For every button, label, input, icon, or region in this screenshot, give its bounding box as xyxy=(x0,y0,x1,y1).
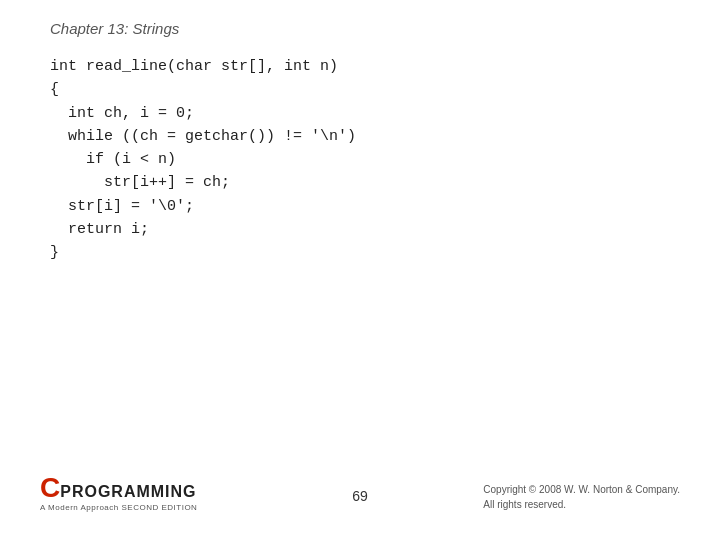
code-line-7: str[i++] = ch; xyxy=(50,171,680,194)
code-line-1: int read_line(char str[], int n) xyxy=(50,55,680,78)
logo-c-letter: C xyxy=(40,474,60,502)
code-line-3: int ch, i = 0; xyxy=(50,102,680,125)
slide: Chapter 13: Strings int read_line(char s… xyxy=(0,0,720,540)
logo-programming-text: PROGRAMMING xyxy=(60,483,196,501)
copyright-line1: Copyright © 2008 W. W. Norton & Company. xyxy=(483,482,680,497)
code-line-10: } xyxy=(50,241,680,264)
copyright-line2: All rights reserved. xyxy=(483,497,680,512)
code-line-2: { xyxy=(50,78,680,101)
logo: C PROGRAMMING A Modern Approach SECOND E… xyxy=(40,474,197,512)
copyright: Copyright © 2008 W. W. Norton & Company.… xyxy=(483,482,680,512)
chapter-title: Chapter 13: Strings xyxy=(50,20,680,37)
code-line-9: return i; xyxy=(50,218,680,241)
code-line-6: if (i < n) xyxy=(50,148,680,171)
code-line-5: while ((ch = getchar()) != '\n') xyxy=(50,125,680,148)
code-line-8: str[i] = '\0'; xyxy=(50,195,680,218)
logo-wrapper: C PROGRAMMING xyxy=(40,474,197,502)
logo-subtitle: A Modern Approach SECOND EDITION xyxy=(40,503,197,512)
page-number: 69 xyxy=(352,488,368,504)
code-block: int read_line(char str[], int n) { int c… xyxy=(50,55,680,264)
